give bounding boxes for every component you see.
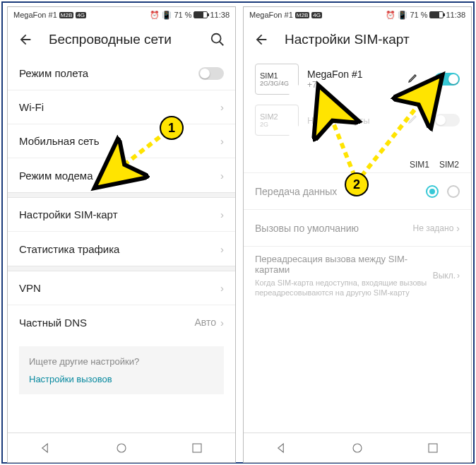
annotation-badge-2: 2 — [345, 172, 369, 196]
annotation-badge-1: 1 — [160, 116, 184, 140]
svg-line-9 — [362, 95, 427, 176]
svg-line-8 — [328, 109, 355, 176]
annotation-arrow-2 — [3, 3, 476, 465]
